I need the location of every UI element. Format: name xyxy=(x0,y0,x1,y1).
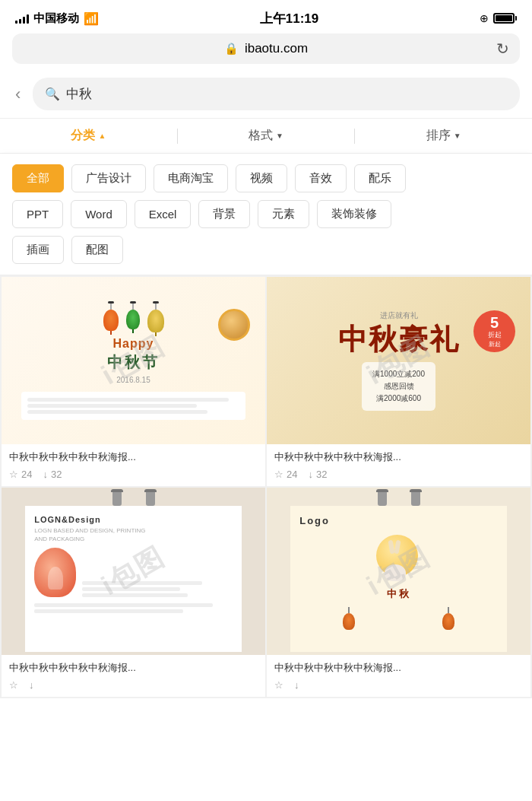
cat-matching-image[interactable]: 配图 xyxy=(71,236,123,264)
results-grid: i包图 xyxy=(0,275,532,698)
poster2-subtitle: 进店就有礼 xyxy=(380,310,418,321)
cat-illustration[interactable]: 插画 xyxy=(12,236,64,264)
sort-arrow-icon: ▼ xyxy=(454,132,461,140)
poster1-date: 2016.8.15 xyxy=(116,376,150,384)
result-meta-3: ☆ ↓ xyxy=(9,679,258,691)
result-card-3[interactable]: i包图 LOGN&Design LOGN BASED AND DES xyxy=(2,488,265,697)
result-image-4: i包图 Logo xyxy=(267,488,530,655)
cat-excel[interactable]: Excel xyxy=(135,200,192,228)
star-icon-1: ☆ xyxy=(9,469,18,480)
category-row-2: PPT Word Excel 背景 元素 装饰装修 xyxy=(12,200,520,228)
result-card-2[interactable]: i包图 5 折起 新起 进店就有礼 中秋豪礼 满1000立减200 感恩回馈 满… xyxy=(267,277,530,486)
filter-format[interactable]: 格式 ▼ xyxy=(178,119,355,153)
cat-music[interactable]: 配乐 xyxy=(354,164,406,192)
cat-ecommerce[interactable]: 电商淘宝 xyxy=(154,164,228,192)
filter-sort[interactable]: 排序 ▼ xyxy=(355,119,532,153)
cat-word[interactable]: Word xyxy=(71,200,127,228)
search-icon: 🔍 xyxy=(45,87,60,101)
result-info-3: 中秋中秋中秋中秋中秋海报... ☆ ↓ xyxy=(2,655,265,697)
result-card-4[interactable]: i包图 Logo xyxy=(267,488,530,697)
category-dropdown: 全部 广告设计 电商淘宝 视频 音效 配乐 PPT Word Excel 背景 … xyxy=(0,154,532,275)
result-downloads-3: ↓ xyxy=(29,679,34,691)
cat-decoration[interactable]: 装饰装修 xyxy=(317,200,391,228)
refresh-button[interactable]: ↻ xyxy=(496,40,509,58)
cat-elements[interactable]: 元素 xyxy=(258,200,309,228)
result-info-4: 中秋中秋中秋中秋中秋海报... ☆ ↓ xyxy=(267,655,530,697)
poster1-happy: Happy xyxy=(113,337,154,351)
poster3-logo: LOGN&Design xyxy=(34,515,233,524)
cat-ppt[interactable]: PPT xyxy=(12,200,63,228)
result-downloads-4: ↓ xyxy=(294,679,299,691)
result-stars-4: ☆ xyxy=(274,679,283,691)
result-title-1: 中秋中秋中秋中秋中秋海报... xyxy=(9,450,258,464)
star-count-1: 24 xyxy=(21,469,32,480)
battery-icon xyxy=(493,13,517,24)
status-left: 中国移动 📶 xyxy=(15,11,99,26)
poster4-logo: Logo xyxy=(299,515,498,526)
result-meta-2: ☆ 24 ↓ 32 xyxy=(274,469,523,480)
wifi-icon: 📶 xyxy=(84,11,99,26)
category-row-1: 全部 广告设计 电商淘宝 视频 音效 配乐 xyxy=(12,164,520,192)
star-icon-2: ☆ xyxy=(274,469,283,480)
download-icon-4: ↓ xyxy=(294,679,299,691)
poster1-mooncake xyxy=(218,309,250,341)
search-box[interactable]: 🔍 中秋 xyxy=(33,78,520,110)
download-icon-3: ↓ xyxy=(29,679,34,691)
poster1-title: 中秋节 xyxy=(107,352,160,373)
url-text: ibaotu.com xyxy=(245,41,308,56)
result-info-2: 中秋中秋中秋中秋中秋海报... ☆ 24 ↓ 32 xyxy=(267,444,530,486)
filter-format-label: 格式 xyxy=(249,128,273,144)
signal-icon xyxy=(15,13,29,24)
result-stars-3: ☆ xyxy=(9,679,18,691)
filter-category[interactable]: 分类 ▲ xyxy=(0,119,177,153)
result-card-1[interactable]: i包图 xyxy=(2,277,265,486)
result-title-3: 中秋中秋中秋中秋中秋海报... xyxy=(9,661,258,675)
poster2-promo: 满1000立减200 感恩回馈 满2000减600 xyxy=(362,362,435,411)
download-count-1: 32 xyxy=(51,469,62,480)
result-image-1: i包图 xyxy=(2,277,265,444)
result-meta-4: ☆ ↓ xyxy=(274,679,523,691)
format-arrow-icon: ▼ xyxy=(276,132,283,140)
result-image-3: i包图 LOGN&Design LOGN BASED AND DES xyxy=(2,488,265,655)
star-icon-4: ☆ xyxy=(274,679,283,691)
result-info-1: 中秋中秋中秋中秋中秋海报... ☆ 24 ↓ 32 xyxy=(2,444,265,486)
result-stars-2: ☆ 24 xyxy=(274,469,297,480)
poster3-desc: LOGN BASED AND DESIGN, PRINTINGAND PACKA… xyxy=(34,526,233,543)
result-downloads-1: ↓ 32 xyxy=(43,469,62,480)
result-downloads-2: ↓ 32 xyxy=(308,469,327,480)
cat-ad-design[interactable]: 广告设计 xyxy=(71,164,146,192)
star-icon-3: ☆ xyxy=(9,679,18,691)
status-bar: 中国移动 📶 上午11:19 ⊕ xyxy=(0,0,532,33)
result-title-2: 中秋中秋中秋中秋中秋海报... xyxy=(274,450,523,464)
cat-sfx[interactable]: 音效 xyxy=(295,164,347,192)
poster2-title: 中秋豪礼 xyxy=(338,324,460,356)
lock-icon: 🔒 xyxy=(224,42,239,56)
filter-sort-label: 排序 xyxy=(426,128,451,144)
star-count-2: 24 xyxy=(287,469,297,480)
result-stars-1: ☆ 24 xyxy=(9,469,32,480)
filter-row: 分类 ▲ 格式 ▼ 排序 ▼ xyxy=(0,118,532,154)
download-icon-2: ↓ xyxy=(308,469,313,480)
result-image-2: i包图 5 折起 新起 进店就有礼 中秋豪礼 满1000立减200 感恩回馈 满… xyxy=(267,277,530,444)
status-right: ⊕ xyxy=(480,12,517,24)
carrier-label: 中国移动 xyxy=(33,11,79,26)
lock-status-icon: ⊕ xyxy=(480,12,489,24)
result-meta-1: ☆ 24 ↓ 32 xyxy=(9,469,258,480)
poster2-badge: 5 折起 新起 xyxy=(473,310,515,352)
cat-background[interactable]: 背景 xyxy=(198,200,250,228)
category-row-3: 插画 配图 xyxy=(12,236,520,264)
poster1-body xyxy=(21,392,245,420)
search-input-value: 中秋 xyxy=(66,85,92,103)
result-title-4: 中秋中秋中秋中秋中秋海报... xyxy=(274,661,523,675)
poster4-title: 中秋 xyxy=(299,587,498,601)
download-count-2: 32 xyxy=(316,469,327,480)
status-time: 上午11:19 xyxy=(260,10,318,27)
search-row: ‹ 🔍 中秋 xyxy=(0,70,532,118)
back-button[interactable]: ‹ xyxy=(12,81,24,107)
url-bar[interactable]: 🔒 ibaotu.com ↻ xyxy=(12,33,520,64)
category-arrow-icon: ▲ xyxy=(98,132,106,140)
cat-video[interactable]: 视频 xyxy=(236,164,287,192)
cat-all[interactable]: 全部 xyxy=(12,164,64,192)
download-icon-1: ↓ xyxy=(43,469,48,480)
filter-category-label: 分类 xyxy=(71,128,95,144)
